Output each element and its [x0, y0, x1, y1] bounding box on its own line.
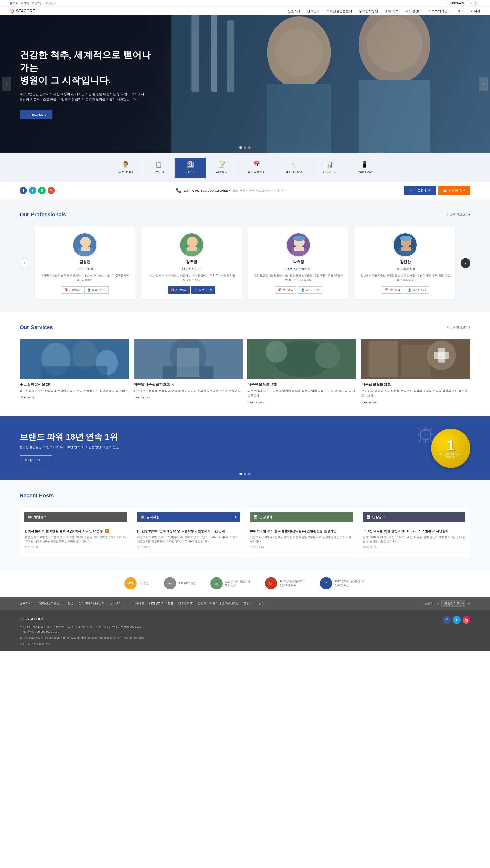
sitemap-link[interactable]: 회원정보: [45, 1, 56, 5]
doctor-profile-2[interactable]: 👤 의료진소개: [191, 286, 215, 293]
cert-health: 🏅 보건복지부 의료기기발기인성: [210, 577, 250, 589]
noncovered-icon: 📊: [326, 161, 334, 168]
facebook-icon[interactable]: f: [20, 187, 27, 194]
brand-dot-1[interactable]: [239, 473, 242, 475]
quick-item-noncovered[interactable]: 📊 비급여안내: [313, 158, 348, 178]
doctor-profile-4[interactable]: 👤 의료진소개: [405, 286, 429, 293]
footer-link-9[interactable]: 집합수에따른개인정보수집이용: [198, 601, 239, 606]
quick-item-social[interactable]: 📝 사회봉사: [206, 158, 238, 178]
zoom-plus-button[interactable]: +: [475, 1, 480, 5]
language-button[interactable]: LANGUAGE: [448, 1, 467, 5]
home-link[interactable]: 홈으로: [10, 1, 18, 5]
service-image-2: [133, 339, 242, 379]
chevron-right-icon-3: ›: [263, 401, 264, 404]
footer-facebook-icon[interactable]: f: [443, 616, 451, 624]
footer-instagram-icon[interactable]: ig: [463, 616, 470, 624]
prof-next-arrow[interactable]: ›: [461, 258, 470, 268]
brand-detail-button[interactable]: 자세히 보기 →: [20, 455, 52, 465]
nav-item-special[interactable]: 특수관절통증센터: [327, 9, 352, 13]
service-cert-logo: ID: [320, 577, 332, 589]
top-bar-links: 홈으로 로그인 회원가입 회원정보: [10, 1, 56, 5]
footer-link-7[interactable]: 개인정보 처리방침: [149, 601, 173, 606]
nav-item-etc[interactable]: 카니러: [471, 9, 480, 13]
health-tab-header[interactable]: 📊 건강강좌: [250, 513, 353, 522]
chevron-right-icon-4: ›: [377, 401, 378, 404]
hero-next-arrow[interactable]: ›: [479, 77, 488, 91]
doctor-book-1[interactable]: 📅 진료예약: [61, 286, 83, 293]
doctor-search-button[interactable]: 👤 비료진 검색: [404, 186, 436, 195]
nav-item-hospital[interactable]: 병원소개: [287, 9, 300, 13]
blog-icon[interactable]: B: [38, 187, 45, 194]
nav-item-sports[interactable]: 스포츠의학센터: [428, 9, 451, 13]
quick-item-care[interactable]: 📋 진료안내: [143, 158, 175, 178]
advanced-icon: 📅: [253, 161, 260, 168]
nav-item-care[interactable]: 진료안내: [307, 9, 320, 13]
doctor-book-2[interactable]: 📅 진료예약: [168, 286, 190, 293]
quick-item-medical[interactable]: 👨‍⚕️ 의료진안내: [108, 158, 143, 178]
notice-plus-icon[interactable]: +: [235, 515, 237, 519]
doctor-image-1: [73, 234, 97, 257]
doctor-profile-3[interactable]: 👤 의료진소개: [298, 286, 322, 293]
footer-link-1[interactable]: 진료서비스: [20, 601, 34, 606]
footer-link-3[interactable]: 발명: [68, 601, 73, 606]
login-link[interactable]: 로그인: [21, 1, 29, 5]
footer-link-8[interactable]: 청소년보호: [178, 601, 193, 606]
aahrpp-text: AAHRPP 인증: [178, 581, 196, 585]
youtube-icon[interactable]: Y: [47, 187, 55, 194]
recruit-tab-icon: 📈: [366, 515, 370, 519]
service-readmore-3[interactable]: Read more ›: [248, 401, 357, 404]
quick-item-online[interactable]: 📱 온라인상담: [348, 158, 382, 178]
doctor-book-3[interactable]: 📅 진료예약: [275, 286, 296, 293]
readmore-label-3: Read more: [248, 401, 262, 404]
nav-item-booking[interactable]: 예약: [457, 9, 464, 13]
quick-item-advanced[interactable]: 📅 첨단의료하비: [238, 158, 275, 178]
doctor-profile-1[interactable]: 👤 의료진소개: [84, 286, 108, 293]
brand-dot-3[interactable]: [248, 473, 251, 475]
service-readmore-1[interactable]: Read more ›: [20, 396, 129, 399]
doctor-btn-label: 비료진 검색: [414, 188, 431, 193]
services-more-link[interactable]: 서비스 전체보기 +: [447, 326, 470, 330]
recruit-tab-header[interactable]: 📈 입찰공고: [363, 513, 465, 522]
footer-link-5[interactable]: 인터넷서비스: [110, 601, 127, 606]
notice-tab-header[interactable]: 🔔 공지사항 +: [137, 513, 240, 522]
cert-jci: JCI JCI 인증: [125, 577, 150, 589]
news-post-title[interactable]: 한의사설(레트 환의원실 물료 폐업) 의대 계약 입학 선정 N: [25, 529, 127, 533]
related-sites-select[interactable]: 관련사이트: [442, 600, 465, 607]
hero-dot-3[interactable]: [248, 146, 251, 149]
hero-prev-arrow[interactable]: ‹: [2, 77, 11, 91]
footer-twitter-icon[interactable]: t: [453, 616, 461, 624]
notice-post-title[interactable]: [모집통보]2018년 체계병학 중·고등학생 자원봉사자 모집 안내: [137, 529, 240, 533]
signup-link[interactable]: 회원가입: [32, 1, 43, 5]
zoom-minus-button[interactable]: -: [469, 1, 473, 5]
doctor-book-4[interactable]: 📅 진료예약: [382, 286, 403, 293]
jci-logo: JCI: [125, 577, 137, 589]
top-bar: 홈으로 로그인 회원가입 회원정보 LANGUAGE - +: [0, 0, 490, 7]
professionals-more-link[interactable]: 의료진 전체보기 +: [447, 213, 470, 217]
nav-item-endoscopy[interactable]: 내시경센터: [405, 9, 421, 13]
news-tab-header[interactable]: 📰 병원뉴스: [25, 513, 127, 522]
service-readmore-4[interactable]: Read more ›: [361, 401, 470, 404]
prof-prev-arrow[interactable]: ‹: [20, 258, 29, 268]
footer-link-4[interactable]: 장치서비스관련정보: [78, 601, 105, 606]
footer-link-2[interactable]: 넓허전문의한살정: [39, 601, 63, 606]
calendar-icon-3: 📅: [278, 288, 282, 291]
svg-rect-7: [191, 16, 199, 92]
nav-item-family[interactable]: 소아·가족: [385, 9, 399, 13]
hero-dot-2[interactable]: [244, 146, 246, 149]
recruit-post-title[interactable]: 쇼그랜 국국을 위한 행변의 제3회 '요이 시스템환의' 시인강좌: [363, 529, 465, 533]
quick-item-admission[interactable]: 🏥 입원안내: [175, 158, 206, 178]
nav-item-china[interactable]: 중국합작병원: [359, 9, 378, 13]
twitter-icon[interactable]: t: [29, 187, 36, 194]
quick-item-spine[interactable]: 🦴 척추관절팝업: [275, 158, 313, 178]
service-readmore-2[interactable]: Read more ›: [133, 396, 242, 399]
service-title-3: 척추수술프로그램: [248, 382, 357, 387]
chevron-right-icon-1: ›: [35, 396, 36, 399]
brand-dot-2[interactable]: [244, 473, 246, 475]
hero-dot-1[interactable]: [239, 146, 242, 149]
health-post-title[interactable]: ubc 프라임 뉴스 첨부 생활체(관역심)내 관일환관병 선정기년: [250, 529, 353, 533]
hero-readmore-button[interactable]: → Read More: [20, 110, 52, 119]
footer-link-6[interactable]: 의사사항: [132, 601, 144, 606]
footer-link-10[interactable]: 통합서비스공개: [244, 601, 264, 606]
hospital-search-button[interactable]: 🏥 일방병 검색: [438, 186, 470, 195]
logo[interactable]: ⬡ STACORE: [10, 8, 35, 14]
